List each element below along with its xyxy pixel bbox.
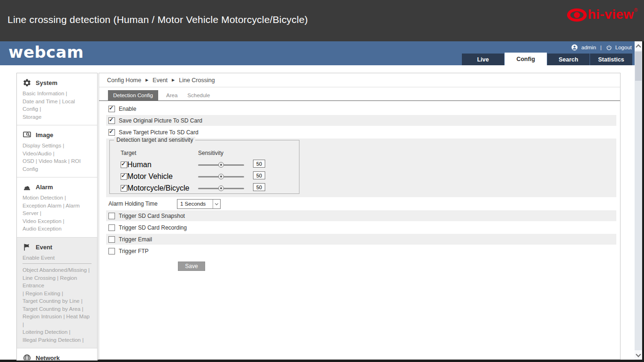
- hiview-eye-icon: [566, 7, 588, 23]
- trigger-email-checkbox[interactable]: [108, 236, 115, 243]
- registered-mark: ®: [634, 8, 637, 13]
- system-links-line[interactable]: Basic Information |: [23, 90, 92, 98]
- enable-row: Enable: [106, 103, 616, 114]
- trigger-sd-recording-row: Trigger SD Card Recording: [106, 222, 616, 233]
- trigger-sd-recording-label: Trigger SD Card Recording: [119, 224, 187, 231]
- detection-target-block: Detection target and sensitivity Target …: [106, 139, 616, 197]
- save-button[interactable]: Save: [178, 262, 205, 271]
- app-header: webcam admin | Logout Live Config Search…: [0, 41, 644, 65]
- vertical-scrollbar[interactable]: [635, 41, 642, 360]
- sensitivity-column-header: Sensitivity: [198, 150, 223, 156]
- network-section-title: Network: [36, 354, 60, 361]
- chevron-down-icon: [636, 352, 641, 357]
- save-original-picture-row: Save Original Picture To SD Card: [106, 115, 616, 126]
- alarm-links-line[interactable]: Video Exception |: [23, 217, 92, 225]
- save-target-picture-checkbox[interactable]: [108, 129, 115, 136]
- scroll-up-button[interactable]: [635, 41, 642, 51]
- alarm-section-header: Alarm: [23, 183, 92, 192]
- event-links-line[interactable]: Target Counting by Line |: [23, 297, 92, 305]
- sidebar-section-event: Event Enable Event Object Abandoned/Miss…: [17, 238, 97, 349]
- motorcycle-bicycle-sensitivity-slider[interactable]: [198, 185, 244, 192]
- motor-vehicle-sensitivity-slider[interactable]: [198, 173, 244, 180]
- alarm-holding-time-label: Alarm Holding Time: [108, 200, 177, 207]
- sidebar-section-alarm: Alarm Motion Detection | Exception Alarm…: [17, 177, 97, 238]
- image-section-header: Image: [23, 131, 92, 139]
- trigger-ftp-label: Trigger FTP: [119, 248, 149, 254]
- enable-checkbox[interactable]: [108, 106, 115, 112]
- slider-thumb[interactable]: [218, 174, 224, 179]
- trigger-sd-snapshot-label: Trigger SD Card Snapshot: [119, 213, 185, 219]
- trigger-ftp-checkbox[interactable]: [108, 248, 115, 254]
- tab-statistics[interactable]: Statistics: [590, 54, 632, 65]
- system-links-line[interactable]: Storage: [23, 113, 92, 121]
- motor-vehicle-target-row: Motor Vehicle: [121, 173, 173, 180]
- save-target-picture-row: Save Target Picture To SD Card: [106, 127, 616, 138]
- enable-event-link[interactable]: Enable Event: [23, 254, 92, 262]
- userbar-separator: |: [599, 45, 603, 50]
- event-links-line[interactable]: Illegal Parking Detection |: [23, 336, 92, 344]
- image-links-line[interactable]: Display Settings | Video/Audio |: [23, 142, 92, 157]
- event-links-line[interactable]: Line Crossing | Region Entrance: [23, 274, 92, 290]
- siren-icon: [23, 183, 31, 192]
- trigger-sd-recording-checkbox[interactable]: [108, 224, 115, 231]
- system-section-header: System: [23, 78, 92, 87]
- trigger-email-row: Trigger Email: [106, 234, 616, 245]
- subtab-schedule[interactable]: Schedule: [185, 90, 212, 100]
- config-sidebar: System Basic Information | Date and Time…: [16, 73, 98, 361]
- image-settings-icon: [23, 131, 31, 139]
- slider-thumb[interactable]: [218, 162, 224, 168]
- human-sensitivity-input[interactable]: [253, 160, 265, 168]
- webcam-logo: webcam: [8, 43, 84, 62]
- gear-icon: [23, 78, 31, 87]
- trigger-ftp-row: Trigger FTP: [106, 246, 616, 256]
- save-row: Save: [99, 262, 620, 271]
- breadcrumb-arrow-icon: ▶: [146, 78, 148, 82]
- breadcrumb-event[interactable]: Event: [153, 77, 168, 84]
- main-nav-tabs: Live Config Search Statistics: [462, 54, 633, 65]
- image-links-line[interactable]: OSD | Video Mask | ROI Config: [23, 157, 92, 173]
- username: admin: [581, 45, 596, 50]
- alarm-holding-time-value: 1 Seconds: [177, 200, 213, 208]
- event-section-title: Event: [36, 244, 52, 251]
- event-links-line[interactable]: | Region Exiting |: [23, 290, 92, 298]
- alarm-links-line[interactable]: Motion Detection |: [23, 194, 92, 202]
- scrollbar-thumb[interactable]: [635, 52, 642, 81]
- tab-config[interactable]: Config: [505, 53, 547, 65]
- alarm-links-line[interactable]: Exception Alarm | Alarm Server |: [23, 202, 92, 217]
- system-links-line[interactable]: Date and Time | Local Config |: [23, 98, 92, 113]
- subtab-detection-config[interactable]: Detection Config: [108, 90, 158, 100]
- motorcycle-bicycle-sensitivity-input[interactable]: [253, 183, 265, 191]
- breadcrumb-config-home[interactable]: Config Home: [107, 77, 141, 84]
- event-links-line[interactable]: Object Abandoned/Missing |: [23, 266, 92, 274]
- save-original-picture-label: Save Original Picture To SD Card: [119, 117, 202, 124]
- alarm-section-title: Alarm: [36, 184, 53, 191]
- trigger-email-label: Trigger Email: [119, 236, 152, 243]
- human-sensitivity-slider[interactable]: [198, 161, 244, 169]
- event-links-line[interactable]: Loitering Detection |: [23, 328, 92, 336]
- alarm-links-line[interactable]: Audio Exception: [23, 225, 92, 233]
- scroll-down-button[interactable]: [635, 350, 642, 360]
- motor-vehicle-checkbox[interactable]: [121, 173, 127, 180]
- trigger-sd-snapshot-checkbox[interactable]: [108, 213, 115, 219]
- flag-icon: [23, 243, 31, 252]
- sidebar-section-image: Image Display Settings | Video/Audio | O…: [17, 125, 97, 177]
- slider-thumb[interactable]: [218, 185, 224, 191]
- event-links-line[interactable]: Region Intrusion | Heat Map |: [23, 313, 92, 328]
- tab-search[interactable]: Search: [547, 54, 590, 65]
- globe-icon: [23, 354, 31, 361]
- event-divider: [23, 263, 92, 264]
- alarm-holding-time-select[interactable]: 1 Seconds: [177, 199, 221, 209]
- event-links-line[interactable]: Target Counting by Area |: [23, 305, 92, 313]
- select-dropdown-button[interactable]: [213, 200, 220, 208]
- save-target-picture-label: Save Target Picture To SD Card: [119, 129, 199, 136]
- motor-vehicle-sensitivity-input[interactable]: [253, 171, 265, 179]
- subtab-area[interactable]: Area: [164, 90, 179, 100]
- tab-live[interactable]: Live: [462, 54, 504, 65]
- human-checkbox[interactable]: [121, 162, 127, 168]
- motorcycle-bicycle-checkbox[interactable]: [121, 185, 127, 192]
- save-original-picture-checkbox[interactable]: [108, 117, 115, 124]
- system-section-title: System: [36, 79, 57, 86]
- logout-button[interactable]: Logout: [615, 45, 632, 50]
- breadcrumb: Config Home ▶ Event ▶ Line Crossing: [99, 73, 620, 87]
- sidebar-section-system: System Basic Information | Date and Time…: [17, 73, 97, 125]
